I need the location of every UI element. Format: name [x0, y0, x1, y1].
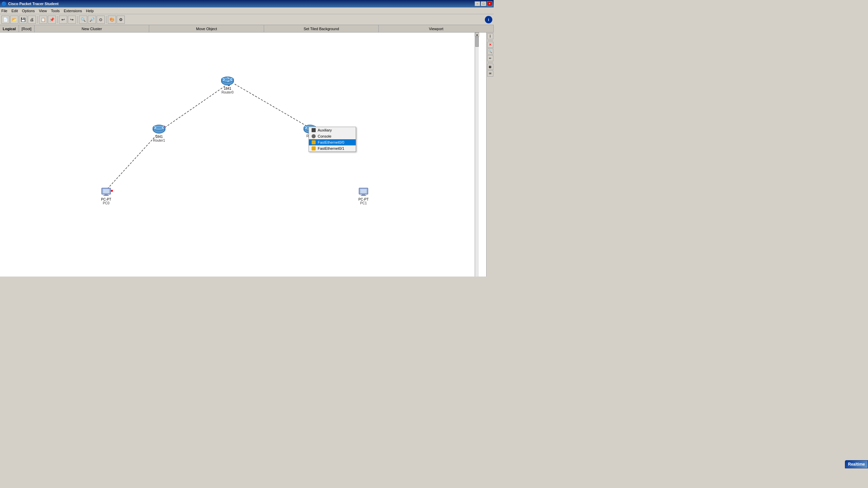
console-icon — [312, 134, 316, 138]
cm-auxiliary-label: Auxiliary — [318, 128, 332, 132]
sidebar-pencil-btn[interactable]: ✏ — [487, 55, 493, 61]
svg-rect-23 — [361, 195, 366, 196]
network-canvas[interactable]: 1841 Router0 1841 Router1 — [0, 33, 486, 277]
open-button[interactable]: 📂 — [10, 16, 18, 24]
fe1-icon — [312, 146, 316, 150]
pc1-type: PC-PT — [358, 198, 369, 201]
toolbar: 📄 📂 💾 🖨 📋 📌 ↩ ↪ 🔍 🔎 ⊙ 🎨 ⚙ i — [0, 14, 494, 25]
print-button[interactable]: 🖨 — [28, 16, 36, 24]
copy-button[interactable]: 📋 — [39, 16, 47, 24]
router1-device[interactable]: 1841 Router1 — [153, 124, 165, 142]
sidebar-zoom-btn[interactable]: 🔍 — [487, 48, 493, 55]
connections-svg — [0, 33, 486, 277]
right-sidebar: i ✕ 🔍 ✏ ▦ ✉ — [486, 33, 494, 277]
scroll-thumb[interactable] — [475, 37, 479, 47]
router0-name: Router0 — [221, 90, 234, 94]
menu-help[interactable]: Help — [86, 9, 94, 13]
pc0-type: PC-PT — [101, 198, 111, 201]
router0-device[interactable]: 1841 Router0 — [221, 76, 234, 94]
menu-file[interactable]: File — [1, 9, 7, 13]
cm-fastethernet0[interactable]: FastEthernet0/0 — [309, 139, 356, 145]
toolbar-sep2 — [57, 16, 58, 23]
context-menu[interactable]: Auxiliary Console FastEthernet0/0 FastEt… — [309, 127, 356, 152]
viewport-item[interactable]: Viewport — [379, 25, 494, 32]
fe0-icon — [312, 140, 316, 144]
vertical-scrollbar[interactable]: ▲ ▼ — [475, 33, 479, 277]
aux-icon — [312, 128, 316, 132]
pc1-device[interactable]: PC-PT PC1 — [358, 187, 369, 205]
toolbar-sep1 — [37, 16, 38, 23]
info-button[interactable]: i — [485, 16, 492, 23]
router0-model: 1841 — [224, 87, 231, 90]
new-button[interactable]: 📄 — [1, 16, 9, 24]
pc0-device[interactable]: PC-PT PC0 — [101, 187, 111, 205]
menu-edit[interactable]: Edit — [12, 9, 18, 13]
new-cluster-item[interactable]: New Cluster — [35, 25, 150, 32]
toolbar-sep4 — [106, 16, 106, 23]
sidebar-sep1 — [488, 40, 493, 41]
svg-rect-21 — [360, 189, 367, 193]
titlebar-title: Cisco Packet Tracer Student — [8, 2, 59, 6]
svg-rect-19 — [103, 195, 109, 196]
main-area: 1841 Router0 1841 Router1 — [0, 33, 494, 277]
scroll-up-arrow[interactable]: ▲ — [475, 33, 479, 37]
svg-line-2 — [107, 135, 157, 189]
menu-extensions[interactable]: Extensions — [64, 9, 82, 13]
router1-model: 1841 — [155, 135, 163, 139]
cisco-app-icon: 🔵 — [1, 1, 7, 6]
custom-device-button[interactable]: ⚙ — [117, 16, 125, 24]
zoom-out-button[interactable]: 🔎 — [88, 16, 96, 24]
svg-line-0 — [160, 84, 228, 131]
palette-button[interactable]: 🎨 — [108, 16, 116, 24]
cm-auxiliary[interactable]: Auxiliary — [309, 127, 356, 133]
router1-icon — [153, 124, 165, 134]
maximize-button[interactable]: □ — [481, 1, 486, 6]
svg-rect-17 — [103, 189, 109, 193]
titlebar-controls[interactable]: − □ ✕ — [475, 1, 492, 6]
close-button[interactable]: ✕ — [487, 1, 492, 6]
router0-icon — [221, 76, 234, 86]
pc1-name: PC1 — [360, 201, 367, 205]
menu-options[interactable]: Options — [22, 9, 35, 13]
menubar: File Edit Options View Tools Extensions … — [0, 7, 494, 14]
undo-button[interactable]: ↩ — [59, 16, 67, 24]
menu-view[interactable]: View — [39, 9, 47, 13]
save-button[interactable]: 💾 — [19, 16, 27, 24]
pc0-icon — [101, 187, 111, 197]
minimize-button[interactable]: − — [475, 1, 480, 6]
logical-mode-label: Logical — [0, 25, 19, 32]
sidebar-top-btn[interactable]: i — [487, 33, 493, 39]
set-tiled-bg-item[interactable]: Set Tiled Background — [264, 25, 379, 32]
cm-fastethernet1[interactable]: FastEthernet0/1 — [309, 145, 356, 151]
sidebar-x-btn[interactable]: ✕ — [487, 42, 493, 48]
toolbar-sep3 — [77, 16, 78, 23]
cm-console-label: Console — [318, 134, 331, 138]
logical-root: [Root] — [19, 25, 35, 32]
pc1-icon — [358, 187, 369, 197]
cm-fastethernet1-label: FastEthernet0/1 — [318, 146, 344, 150]
logicalbar: Logical [Root] New Cluster Move Object S… — [0, 25, 494, 33]
move-object-item[interactable]: Move Object — [149, 25, 264, 32]
redo-button[interactable]: ↪ — [68, 16, 76, 24]
menu-tools[interactable]: Tools — [51, 9, 60, 13]
titlebar: 🔵 Cisco Packet Tracer Student − □ ✕ — [0, 0, 494, 7]
sidebar-sep2 — [488, 62, 493, 63]
pc0-name: PC0 — [103, 201, 109, 205]
zoom-reset-button[interactable]: ⊙ — [97, 16, 105, 24]
scroll-track[interactable] — [475, 37, 479, 277]
svg-rect-18 — [104, 194, 108, 195]
sidebar-grid-btn[interactable]: ▦ — [487, 64, 493, 70]
zoom-in-button[interactable]: 🔍 — [79, 16, 87, 24]
paste-button[interactable]: 📌 — [48, 16, 56, 24]
cm-console[interactable]: Console — [309, 133, 356, 139]
svg-rect-22 — [362, 194, 365, 195]
router1-name: Router1 — [153, 139, 165, 142]
svg-line-1 — [235, 84, 312, 129]
sidebar-mail-btn[interactable]: ✉ — [487, 70, 493, 77]
cm-fastethernet0-label: FastEthernet0/0 — [318, 140, 344, 144]
titlebar-left: 🔵 Cisco Packet Tracer Student — [1, 1, 59, 6]
